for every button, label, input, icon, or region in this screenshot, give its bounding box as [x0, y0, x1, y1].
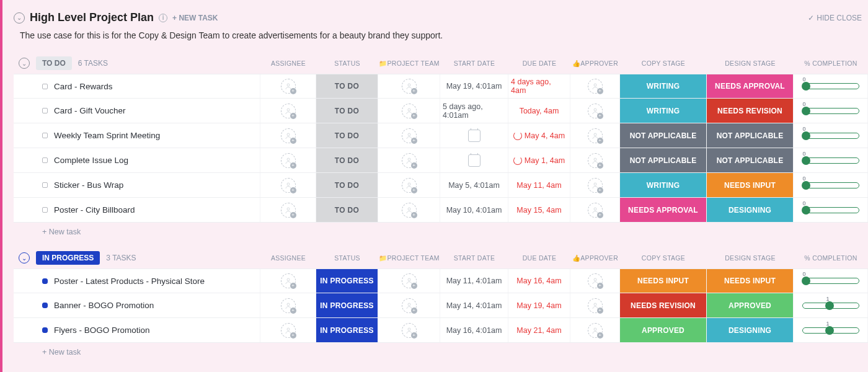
progress-slider[interactable]: 0 — [802, 207, 859, 213]
assignee-cell[interactable] — [260, 99, 316, 123]
task-status-bullet[interactable] — [42, 133, 48, 138]
task-name-cell[interactable]: Card - Gift Voucher — [14, 99, 260, 123]
due-date[interactable]: May 21, 4am — [516, 326, 561, 335]
col-assignee[interactable]: ASSIGNEE — [260, 254, 316, 262]
due-date-cell[interactable]: May 21, 4am — [508, 318, 570, 342]
completion-cell[interactable]: 0 — [794, 123, 868, 148]
info-icon[interactable]: i — [159, 14, 167, 22]
progress-slider[interactable]: 0 — [802, 83, 859, 89]
collapse-group-icon[interactable]: ⌄ — [19, 252, 30, 264]
design-stage-cell[interactable]: NEEDS INPUT — [707, 173, 794, 197]
col-status[interactable]: STATUS — [316, 60, 378, 67]
due-date-cell[interactable]: 4 days ago, 4am — [508, 74, 570, 98]
approver-cell[interactable] — [570, 74, 620, 98]
add-assignee-icon[interactable] — [402, 153, 417, 168]
col-project-team[interactable]: 📁PROJECT TEAM — [378, 254, 440, 262]
task-row[interactable]: Card - Rewards TO DO May 19, 4:01am 4 da… — [14, 74, 868, 99]
add-assignee-icon[interactable] — [402, 79, 417, 94]
due-date[interactable]: May 16, 4am — [516, 277, 561, 285]
task-name-cell[interactable]: Complete Issue Log — [14, 148, 260, 172]
copy-stage-cell[interactable]: NEEDS INPUT — [620, 269, 707, 293]
add-assignee-icon[interactable] — [281, 273, 296, 288]
task-row[interactable]: Poster - Latest Products - Physical Stor… — [14, 268, 868, 293]
task-status-bullet[interactable] — [42, 303, 48, 308]
project-team-cell[interactable] — [378, 99, 440, 123]
task-row[interactable]: Flyers - BOGO Promotion IN PROGRESS May … — [14, 318, 868, 343]
due-date-cell[interactable]: May 1, 4am — [508, 148, 570, 172]
col-due-date[interactable]: DUE DATE — [508, 254, 570, 262]
task-name-cell[interactable]: Weekly Team Sprint Meeting — [14, 123, 260, 148]
task-row[interactable]: Weekly Team Sprint Meeting TO DO May 4, … — [14, 123, 868, 148]
project-team-cell[interactable] — [378, 318, 440, 342]
collapse-group-icon[interactable]: ⌄ — [19, 58, 30, 69]
status-cell[interactable]: IN PROGRESS — [316, 293, 378, 317]
design-stage-cell[interactable]: NEEDS REVISION — [707, 99, 794, 123]
start-date-cell[interactable] — [440, 148, 508, 172]
task-name-cell[interactable]: Banner - BOGO Promotion — [14, 293, 260, 317]
add-assignee-icon[interactable] — [588, 203, 603, 218]
status-cell[interactable]: TO DO — [316, 148, 378, 172]
task-status-bullet[interactable] — [42, 84, 48, 89]
due-date[interactable]: May 11, 4am — [516, 181, 561, 190]
calendar-icon[interactable] — [468, 130, 480, 142]
group-status-pill[interactable]: IN PROGRESS — [36, 251, 100, 265]
status-cell[interactable]: TO DO — [316, 99, 378, 123]
group-status-pill[interactable]: TO DO — [36, 56, 72, 70]
start-date-cell[interactable] — [440, 123, 508, 148]
start-date[interactable]: May 11, 4:01am — [446, 277, 502, 285]
add-assignee-icon[interactable] — [402, 178, 417, 193]
start-date-cell[interactable]: May 10, 4:01am — [440, 198, 508, 222]
design-stage-cell[interactable]: NEEDS INPUT — [707, 269, 794, 293]
design-stage-cell[interactable]: NEEDS APPROVAL — [707, 74, 794, 98]
col-completion[interactable]: % COMPLETION — [794, 254, 868, 262]
project-team-cell[interactable] — [378, 123, 440, 148]
add-assignee-icon[interactable] — [402, 128, 417, 143]
approver-cell[interactable] — [570, 318, 620, 342]
add-assignee-icon[interactable] — [281, 153, 296, 168]
col-approver[interactable]: 👍APPROVER — [570, 254, 620, 262]
task-name-cell[interactable]: Poster - City Billboard — [14, 198, 260, 222]
assignee-cell[interactable] — [260, 173, 316, 197]
task-row[interactable]: Poster - City Billboard TO DO May 10, 4:… — [14, 198, 868, 223]
start-date[interactable]: May 5, 4:01am — [448, 181, 500, 190]
completion-cell[interactable]: 1 — [794, 318, 868, 342]
completion-cell[interactable]: 0 — [794, 148, 868, 172]
task-row[interactable]: Sticker - Bus Wrap TO DO May 5, 4:01am M… — [14, 173, 868, 198]
due-date-cell[interactable]: May 16, 4am — [508, 269, 570, 293]
task-status-bullet[interactable] — [42, 157, 48, 163]
approver-cell[interactable] — [570, 123, 620, 148]
add-assignee-icon[interactable] — [281, 128, 296, 143]
due-date[interactable]: May 19, 4am — [516, 301, 561, 310]
col-assignee[interactable]: ASSIGNEE — [260, 60, 316, 67]
calendar-icon[interactable] — [468, 154, 480, 167]
add-assignee-icon[interactable] — [402, 298, 417, 313]
project-team-cell[interactable] — [378, 173, 440, 197]
progress-slider[interactable]: 0 — [802, 182, 859, 188]
add-assignee-icon[interactable] — [281, 323, 296, 338]
copy-stage-cell[interactable]: WRITING — [620, 74, 707, 98]
add-assignee-icon[interactable] — [588, 128, 603, 143]
progress-slider[interactable]: 0 — [802, 278, 859, 284]
approver-cell[interactable] — [570, 99, 620, 123]
completion-cell[interactable]: 1 — [794, 293, 868, 317]
due-date-cell[interactable]: Today, 4am — [508, 99, 570, 123]
add-assignee-icon[interactable] — [588, 178, 603, 193]
progress-slider[interactable]: 0 — [802, 157, 859, 164]
new-task-button[interactable]: + NEW TASK — [172, 14, 218, 22]
col-approver[interactable]: 👍APPROVER — [570, 60, 620, 68]
design-stage-cell[interactable]: DESIGNING — [707, 198, 794, 222]
col-copy-stage[interactable]: COPY STAGE — [620, 60, 707, 67]
start-date-cell[interactable]: May 16, 4:01am — [440, 318, 508, 342]
task-row[interactable]: Complete Issue Log TO DO May 1, 4am NOT … — [14, 148, 868, 173]
start-date-cell[interactable]: May 5, 4:01am — [440, 173, 508, 197]
start-date-cell[interactable]: May 19, 4:01am — [440, 74, 508, 98]
new-task-row[interactable]: + New task — [14, 343, 868, 359]
add-assignee-icon[interactable] — [402, 104, 417, 118]
add-assignee-icon[interactable] — [402, 203, 417, 218]
progress-slider[interactable]: 0 — [802, 133, 859, 139]
assignee-cell[interactable] — [260, 318, 316, 342]
due-date[interactable]: May 4, 4am — [525, 131, 565, 140]
collapse-section-icon[interactable]: ⌄ — [14, 12, 25, 24]
copy-stage-cell[interactable]: NOT APPLICABLE — [620, 123, 707, 148]
start-date[interactable]: May 16, 4:01am — [446, 326, 502, 335]
